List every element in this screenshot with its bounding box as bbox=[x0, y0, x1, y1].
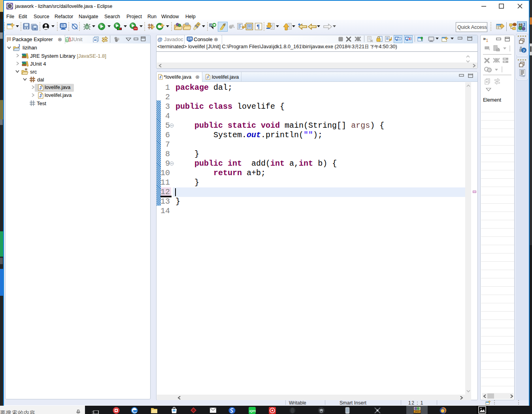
svg-text:J: J bbox=[18, 44, 20, 48]
svg-text:J: J bbox=[207, 75, 209, 79]
svg-text:J: J bbox=[39, 85, 42, 90]
svg-text:JAVA EE: JAVA EE bbox=[414, 410, 421, 413]
svg-text:iQIYI: iQIYI bbox=[249, 410, 256, 413]
svg-text:J: J bbox=[523, 22, 525, 28]
svg-text:J: J bbox=[39, 93, 42, 98]
svg-text:J: J bbox=[159, 75, 161, 79]
svg-text:?: ? bbox=[523, 48, 525, 53]
svg-text:¶: ¶ bbox=[257, 23, 260, 30]
